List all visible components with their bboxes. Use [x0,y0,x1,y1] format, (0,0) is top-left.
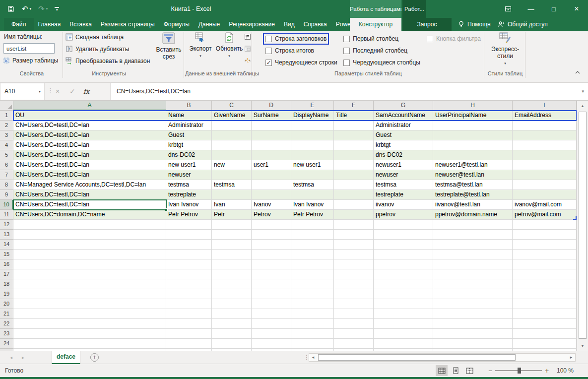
cell-A16[interactable] [13,259,166,269]
cell-H9[interactable]: testreplate@testl.lan [433,190,513,200]
cell-F20[interactable] [334,299,374,309]
cell-H15[interactable] [433,250,513,259]
cell-E16[interactable] [291,259,334,269]
scroll-left-icon[interactable]: ◂ [309,354,317,361]
separator-dots[interactable]: ⋮ [47,87,54,94]
prev-sheet-icon[interactable]: ◂ [10,351,12,364]
cell-I15[interactable] [513,250,577,259]
cell-E4[interactable] [291,140,334,150]
cell-B17[interactable] [166,269,212,279]
tell-me-helper-button[interactable]: Помощн [457,18,491,31]
table-name-input[interactable] [3,43,55,54]
zoom-in-button[interactable]: + [545,364,549,377]
table-resize-handle[interactable] [573,216,577,220]
cell-F1[interactable]: Title [334,111,374,121]
cell-C15[interactable] [212,250,252,259]
cell-E20[interactable] [291,299,334,309]
cell-D21[interactable] [252,309,291,319]
formula-input[interactable]: CN=Users,DC=testl,DC=lan ▾ [110,83,588,100]
cell-B13[interactable] [166,230,212,240]
tab-view[interactable]: Вид [279,18,299,31]
checkbox-banded-columns[interactable] [343,60,350,66]
cell-G7[interactable]: newuser [374,170,433,180]
cell-C24[interactable] [212,339,252,349]
cell-C18[interactable] [212,279,252,289]
cell-G4[interactable]: krbtgt [374,140,433,150]
row-header-22[interactable]: 22 [0,319,13,329]
cell-F12[interactable] [334,220,374,230]
cell-H10[interactable]: iivanov@testl.lan [433,200,513,210]
cell-C22[interactable] [212,319,252,329]
cell-E24[interactable] [291,339,334,349]
cell-H18[interactable] [433,279,513,289]
cell-E22[interactable] [291,319,334,329]
cell-E19[interactable] [291,289,334,299]
option-first-column[interactable]: Первый столбец [343,35,398,42]
cell-F13[interactable] [334,230,374,240]
cell-G12[interactable] [374,220,433,230]
tab-query[interactable]: Запрос [402,18,452,31]
cell-C7[interactable] [212,170,252,180]
scroll-down-icon[interactable]: ▾ [577,341,588,351]
cell-G14[interactable] [374,240,433,250]
cell-A9[interactable]: CN=Users,DC=testl,DC=lan [13,190,166,200]
cell-G23[interactable] [374,329,433,339]
cell-I2[interactable] [513,121,577,130]
cell-B24[interactable] [166,339,212,349]
cell-F18[interactable] [334,279,374,289]
cell-C6[interactable]: new [212,160,252,170]
cell-B1[interactable]: Name [166,111,212,121]
cell-D11[interactable]: Petrov [252,210,291,220]
cell-I3[interactable] [513,130,577,140]
cell-I10[interactable]: ivanov@mail.com [513,200,577,210]
next-sheet-icon[interactable]: ▸ [22,351,24,364]
cell-G8[interactable]: testmsa [374,180,433,190]
cell-G24[interactable] [374,339,433,349]
cell-G21[interactable] [374,309,433,319]
column-header-F[interactable]: F [334,101,374,111]
cell-I1[interactable]: EmailAddress [513,111,577,121]
cell-A12[interactable] [13,220,166,230]
cell-E9[interactable] [291,190,334,200]
vertical-scrollbar-thumb[interactable] [579,112,587,339]
cell-E12[interactable] [291,220,334,230]
select-all-corner[interactable] [0,101,13,111]
option-banded-rows[interactable]: ✓ Чередующиеся строки [265,59,337,66]
tab-review[interactable]: Рецензирование [224,18,279,31]
cell-I13[interactable] [513,230,577,240]
cell-I8[interactable] [513,180,577,190]
cell-D24[interactable] [252,339,291,349]
cell-H2[interactable] [433,121,513,130]
cell-A4[interactable]: CN=Users,DC=testl,DC=lan [13,140,166,150]
cell-I21[interactable] [513,309,577,319]
cell-H21[interactable] [433,309,513,319]
cell-E15[interactable] [291,250,334,259]
cell-F10[interactable] [334,200,374,210]
cell-I23[interactable] [513,329,577,339]
cell-H5[interactable] [433,150,513,160]
cell-B2[interactable]: Administrator [166,121,212,130]
cell-E17[interactable] [291,269,334,279]
row-header-15[interactable]: 15 [0,250,13,259]
cell-H11[interactable]: ppetrov@domain.name [433,210,513,220]
cell-A19[interactable] [13,289,166,299]
cell-H6[interactable]: newuser1@testl.lan [433,160,513,170]
tab-page-layout[interactable]: Разметка страницы [96,18,159,31]
cell-I22[interactable] [513,319,577,329]
save-button[interactable] [7,5,15,13]
convert-to-range-button[interactable]: Преобразовать в диапазон [65,57,150,64]
zoom-slider-thumb[interactable] [518,368,521,374]
page-break-view-button[interactable] [463,365,475,376]
share-button[interactable]: Общий доступ [497,18,548,31]
cell-B12[interactable] [166,220,212,230]
cell-C8[interactable]: testmsa [212,180,252,190]
cell-C13[interactable] [212,230,252,240]
cell-G18[interactable] [374,279,433,289]
cell-F24[interactable] [334,339,374,349]
cell-F15[interactable] [334,250,374,259]
row-header-13[interactable]: 13 [0,230,13,240]
cell-I6[interactable] [513,160,577,170]
insert-function-button[interactable]: fx [83,83,89,100]
undo-button[interactable]: ↶ ▾ [22,4,31,13]
checkbox-last-column[interactable] [343,48,350,54]
